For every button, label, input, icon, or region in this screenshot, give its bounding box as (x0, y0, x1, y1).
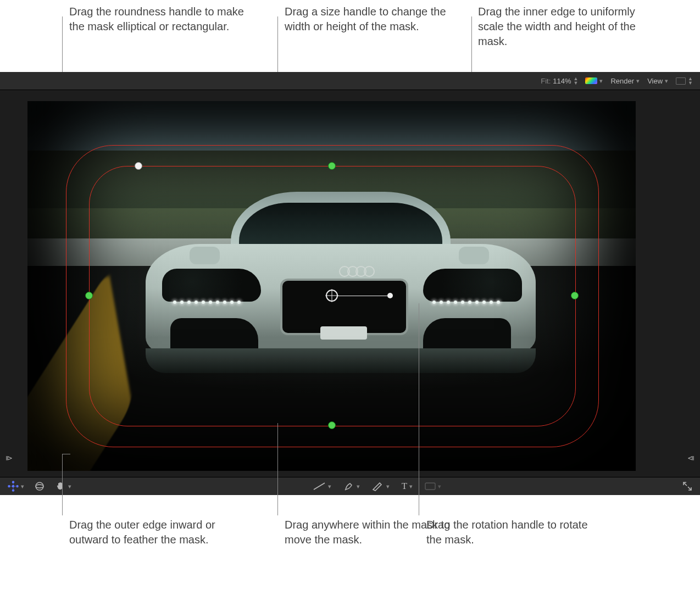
view-menu[interactable]: View ▾ (647, 77, 668, 85)
rotation-handle[interactable] (387, 293, 393, 298)
viewer-panel: Fit: 114% ▲▼ ▾ Render ▾ View ▾ ▲▼ (0, 72, 700, 495)
viewer-toolbar: ▾ ▾ ▾ ▾ (0, 477, 700, 495)
play-range-start-icon[interactable]: ⧐ (5, 454, 13, 462)
svg-point-1 (13, 481, 14, 483)
mask-center-handle[interactable] (326, 290, 338, 302)
roundness-handle[interactable] (135, 162, 142, 170)
size-handle-bottom[interactable] (328, 421, 336, 429)
viewer-topbar: Fit: 114% ▲▼ ▾ Render ▾ View ▾ ▲▼ (0, 72, 700, 90)
chevron-down-icon: ▾ (599, 77, 603, 85)
rectangle-tool-icon (425, 482, 436, 490)
pen-tool-icon (343, 481, 354, 492)
svg-point-6 (36, 485, 43, 488)
hand-icon (55, 481, 66, 492)
zoom-fit-control[interactable]: Fit: 114% ▲▼ (541, 76, 577, 85)
chevron-down-icon: ▾ (438, 483, 441, 490)
callout-inner-edge: Drag the inner edge to uniformly scale t… (478, 4, 654, 49)
callout-rotate: Drag the rotation handle to rotate the m… (426, 518, 602, 547)
line-tool[interactable]: ▾ (313, 481, 331, 491)
fit-value: 114% (553, 77, 571, 85)
size-handle-left[interactable] (85, 292, 93, 299)
stepper-icon: ▲▼ (574, 76, 578, 85)
brush-tool-icon (372, 481, 384, 491)
transform-icon (8, 481, 19, 492)
fit-label: Fit: (541, 77, 551, 85)
svg-point-4 (16, 486, 18, 487)
svg-point-2 (13, 490, 14, 491)
rotation-arm[interactable] (338, 296, 387, 296)
rectangle-tool[interactable]: ▾ (425, 482, 441, 490)
color-channels-icon (585, 77, 597, 84)
chevron-down-icon: ▾ (21, 483, 24, 490)
aspect-ratio-menu[interactable]: ▲▼ (676, 76, 692, 85)
text-tool-icon: T (402, 481, 407, 492)
orbit-3d-tool[interactable] (34, 481, 45, 492)
pen-tool[interactable]: ▾ (343, 481, 360, 492)
size-handle-right[interactable] (571, 292, 579, 299)
size-handle-top[interactable] (328, 162, 336, 170)
svg-point-5 (36, 482, 43, 490)
play-range-end-icon[interactable]: ⧏ (687, 454, 695, 462)
aspect-ratio-icon (676, 77, 686, 85)
chevron-down-icon: ▾ (386, 483, 390, 490)
chevron-down-icon: ▾ (409, 483, 413, 490)
brush-tool[interactable]: ▾ (372, 481, 390, 491)
canvas[interactable] (27, 101, 636, 471)
chevron-down-icon: ▾ (636, 77, 640, 85)
render-menu[interactable]: Render ▾ (610, 77, 640, 85)
orbit-3d-icon (34, 481, 45, 492)
callout-size: Drag a size handle to change the width o… (285, 4, 460, 34)
line-tool-icon (313, 481, 326, 491)
svg-rect-8 (425, 483, 435, 490)
transform-tool[interactable]: ▾ (8, 481, 24, 492)
chevron-down-icon: ▾ (68, 483, 71, 490)
chevron-down-icon: ▾ (357, 483, 360, 490)
callout-outer-edge: Drag the outer edge inward or outward to… (69, 518, 245, 547)
view-label: View (647, 77, 663, 85)
fullscreen-icon (682, 481, 692, 491)
chevron-down-icon: ▾ (328, 483, 331, 490)
fullscreen-button[interactable] (682, 481, 692, 491)
hand-tool[interactable]: ▾ (55, 481, 71, 492)
stepper-icon: ▲▼ (688, 76, 692, 85)
render-label: Render (610, 77, 634, 85)
text-tool[interactable]: T ▾ (402, 481, 413, 492)
svg-line-7 (314, 483, 325, 490)
chevron-down-icon: ▾ (665, 77, 668, 85)
svg-point-3 (8, 486, 10, 487)
callout-roundness: Drag the roundness handle to make the ma… (69, 4, 245, 34)
color-channels-menu[interactable]: ▾ (585, 77, 603, 85)
